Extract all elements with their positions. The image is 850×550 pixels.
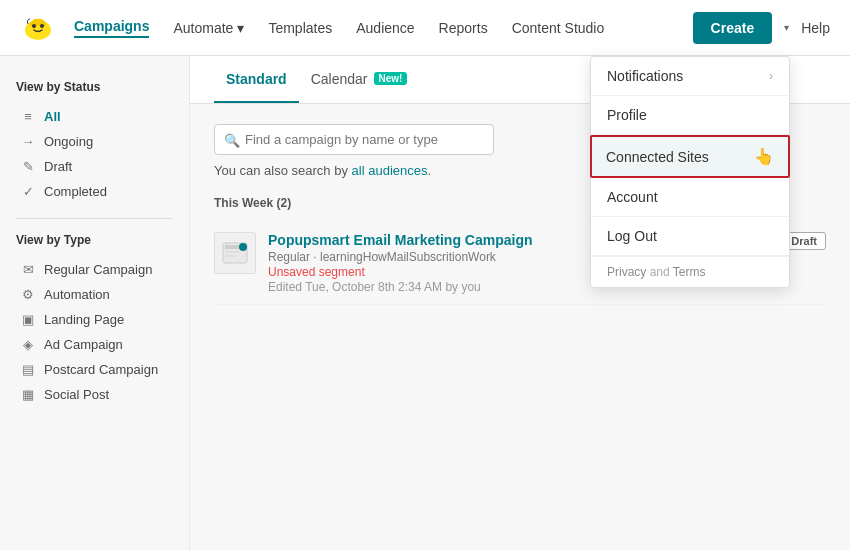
- sidebar-status-title: View by Status: [16, 80, 173, 94]
- main-container: View by Status ≡ All → Ongoing ✎ Draft ✓…: [0, 56, 850, 550]
- all-audiences-link[interactable]: all audiences: [352, 163, 428, 178]
- tabs-bar: Standard Calendar New!: [190, 56, 850, 104]
- sidebar-label-postcard: Postcard Campaign: [44, 362, 158, 377]
- sidebar-item-social[interactable]: ▦ Social Post: [16, 382, 173, 407]
- sidebar-label-all: All: [44, 109, 61, 124]
- search-hint: You can also search by all audiences.: [214, 163, 826, 178]
- create-button[interactable]: Create: [693, 12, 773, 44]
- sidebar-label-automation: Automation: [44, 287, 110, 302]
- account-chevron-icon[interactable]: ▾: [784, 22, 789, 33]
- sidebar-type-title: View by Type: [16, 233, 173, 247]
- nav-links: Campaigns Automate ▾ Templates Audience …: [74, 18, 693, 38]
- campaign-meta: Regular · learningHowMailSubscritionWork: [268, 250, 770, 264]
- new-badge: New!: [374, 72, 408, 85]
- campaign-edited: Edited Tue, October 8th 2:34 AM by you: [268, 280, 770, 294]
- tab-calendar-label: Calendar: [311, 71, 368, 87]
- content-body: 🔍 You can also search by all audiences. …: [190, 104, 850, 325]
- sidebar-label-draft: Draft: [44, 159, 72, 174]
- landing-page-icon: ▣: [20, 312, 36, 327]
- svg-point-3: [40, 24, 44, 28]
- nav-campaigns[interactable]: Campaigns: [74, 18, 149, 38]
- automation-icon: ⚙: [20, 287, 36, 302]
- ongoing-icon: →: [20, 134, 36, 149]
- svg-rect-7: [225, 255, 235, 257]
- nav-automate[interactable]: Automate ▾: [173, 20, 244, 36]
- nav-reports[interactable]: Reports: [439, 20, 488, 36]
- search-input[interactable]: [214, 124, 494, 155]
- sidebar-item-ongoing[interactable]: → Ongoing: [16, 129, 173, 154]
- search-row: 🔍: [214, 124, 826, 155]
- help-link[interactable]: Help: [801, 20, 830, 36]
- sidebar-label-completed: Completed: [44, 184, 107, 199]
- nav-content-studio[interactable]: Content Studio: [512, 20, 605, 36]
- sidebar-divider: [16, 218, 173, 219]
- sidebar-item-regular[interactable]: ✉ Regular Campaign: [16, 257, 173, 282]
- content-area: Standard Calendar New! 🔍 You can also se…: [190, 56, 850, 550]
- app-logo[interactable]: [20, 8, 56, 48]
- draft-badge: Draft: [782, 232, 826, 250]
- top-navigation: Campaigns Automate ▾ Templates Audience …: [0, 0, 850, 56]
- postcard-icon: ▤: [20, 362, 36, 377]
- sidebar-label-ongoing: Ongoing: [44, 134, 93, 149]
- nav-templates[interactable]: Templates: [268, 20, 332, 36]
- sidebar-label-landing: Landing Page: [44, 312, 124, 327]
- svg-rect-6: [225, 251, 239, 253]
- sidebar-item-landing[interactable]: ▣ Landing Page: [16, 307, 173, 332]
- tab-calendar[interactable]: Calendar New!: [299, 57, 420, 103]
- sidebar-item-all[interactable]: ≡ All: [16, 104, 173, 129]
- sidebar-label-regular: Regular Campaign: [44, 262, 152, 277]
- svg-point-2: [32, 24, 36, 28]
- draft-icon: ✎: [20, 159, 36, 174]
- tab-standard-label: Standard: [226, 71, 287, 87]
- search-icon: 🔍: [224, 132, 240, 147]
- sidebar-item-automation[interactable]: ⚙ Automation: [16, 282, 173, 307]
- campaign-info: Popupsmart Email Marketing Campaign Regu…: [268, 232, 770, 294]
- sidebar-item-ad[interactable]: ◈ Ad Campaign: [16, 332, 173, 357]
- regular-campaign-icon: ✉: [20, 262, 36, 277]
- campaign-row: Popupsmart Email Marketing Campaign Regu…: [214, 222, 826, 305]
- nav-right: Create ▾ Help: [693, 12, 830, 44]
- sidebar-label-ad: Ad Campaign: [44, 337, 123, 352]
- sidebar: View by Status ≡ All → Ongoing ✎ Draft ✓…: [0, 56, 190, 550]
- week-section-label: This Week (2): [214, 196, 826, 210]
- social-post-icon: ▦: [20, 387, 36, 402]
- sidebar-item-draft[interactable]: ✎ Draft: [16, 154, 173, 179]
- ad-campaign-icon: ◈: [20, 337, 36, 352]
- campaign-thumbnail: [214, 232, 256, 274]
- search-input-wrap: 🔍: [214, 124, 494, 155]
- completed-icon: ✓: [20, 184, 36, 199]
- all-icon: ≡: [20, 109, 36, 124]
- campaign-name[interactable]: Popupsmart Email Marketing Campaign: [268, 232, 770, 248]
- sidebar-item-postcard[interactable]: ▤ Postcard Campaign: [16, 357, 173, 382]
- nav-audience[interactable]: Audience: [356, 20, 414, 36]
- svg-point-8: [239, 243, 247, 251]
- sidebar-item-completed[interactable]: ✓ Completed: [16, 179, 173, 204]
- campaign-segment: Unsaved segment: [268, 265, 770, 279]
- tab-standard[interactable]: Standard: [214, 57, 299, 103]
- automate-chevron-icon: ▾: [237, 20, 244, 36]
- sidebar-label-social: Social Post: [44, 387, 109, 402]
